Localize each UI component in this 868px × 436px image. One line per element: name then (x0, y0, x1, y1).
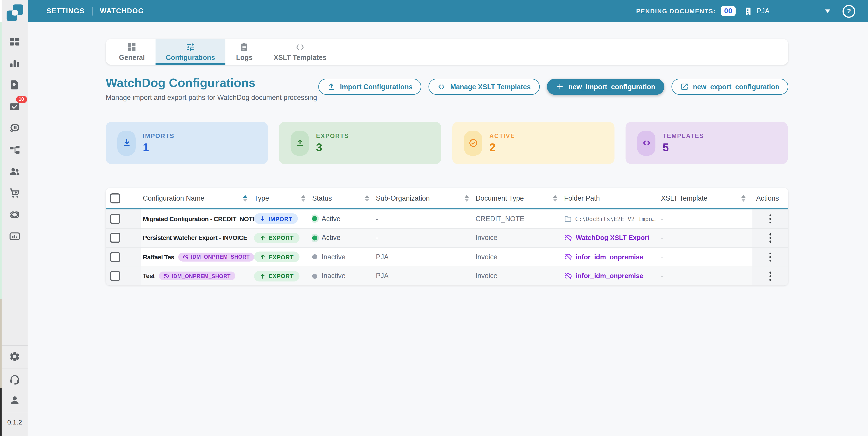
upload-icon (327, 83, 336, 91)
table-header: Configuration Name Type Status Sub-Organ… (105, 188, 788, 210)
row-checkbox[interactable] (110, 271, 120, 281)
clipboard-icon (240, 42, 249, 52)
main-content: General Configurations Logs XSLT Templat… (28, 22, 868, 436)
code-brackets-icon (637, 130, 655, 155)
breadcrumb-separator (92, 7, 93, 16)
building-icon (743, 6, 753, 16)
sidebar-divider (2, 345, 28, 346)
dashboard-icon[interactable] (8, 35, 22, 48)
analytics-icon[interactable] (8, 56, 22, 70)
folder-path-link[interactable]: infor_idm_onpremise (576, 253, 643, 261)
app-logo[interactable] (6, 4, 23, 21)
document-search-icon[interactable] (8, 78, 22, 91)
sort-icon[interactable] (553, 195, 559, 201)
stat-card-imports: IMPORTS 1 (105, 122, 268, 164)
organization-selector[interactable]: PJA (743, 6, 769, 16)
status-text: Inactive (321, 272, 345, 280)
stat-label: TEMPLATES (662, 132, 704, 139)
arrow-down-icon (259, 216, 266, 222)
tasks-icon[interactable]: 10 (8, 100, 22, 113)
sort-icon[interactable] (365, 195, 370, 201)
page-subtitle: Manage import and export paths for Watch… (105, 94, 317, 101)
sort-icon[interactable] (301, 195, 307, 201)
sub-organization: PJA (376, 267, 475, 285)
settings-gear-icon[interactable] (8, 350, 22, 363)
tab-configurations[interactable]: Configurations (155, 39, 225, 65)
column-header-status[interactable]: Status (312, 194, 376, 202)
cart-add-icon[interactable] (8, 186, 22, 200)
row-checkbox[interactable] (110, 214, 120, 224)
tune-sliders-icon (186, 42, 195, 52)
folder-icon (564, 215, 572, 223)
code-brackets-icon (295, 42, 305, 52)
status-dot-active (312, 235, 317, 240)
folder-path-link[interactable]: infor_idm_onpremise (576, 272, 643, 280)
status-text: Active (321, 234, 341, 242)
stat-value: 5 (662, 141, 704, 154)
column-header-folder-path[interactable]: Folder Path (564, 194, 661, 202)
breadcrumb-watchdog[interactable]: WATCHDOG (100, 7, 144, 15)
open-in-new-icon (680, 83, 689, 91)
workflow-icon[interactable] (8, 143, 22, 156)
users-icon[interactable] (8, 165, 22, 178)
sidebar-divider (2, 412, 28, 412)
row-actions-menu[interactable] (767, 231, 773, 245)
column-header-configuration-name[interactable]: Configuration Name (141, 194, 254, 202)
configuration-name: Migrated Configuration - CREDIT_NOTE (143, 215, 254, 222)
row-actions-menu[interactable] (767, 269, 773, 283)
xslt-template-value: - (661, 254, 663, 260)
report-widget-icon[interactable] (8, 229, 22, 243)
code-brackets-icon (438, 83, 446, 91)
integrations-icon[interactable] (8, 208, 22, 221)
chevron-down-icon[interactable] (825, 9, 831, 13)
new-import-configuration-button[interactable]: new_import_configuration (547, 79, 664, 95)
tab-general[interactable]: General (108, 39, 155, 65)
manage-xslt-templates-button[interactable]: Manage XSLT Templates (429, 79, 539, 95)
row-checkbox[interactable] (110, 252, 120, 262)
breadcrumb-settings[interactable]: SETTINGS (46, 7, 85, 15)
help-icon[interactable]: ? (842, 5, 855, 18)
row-actions-menu[interactable] (767, 250, 773, 264)
type-badge-export: EXPORT (254, 233, 299, 243)
tab-xslt-templates[interactable]: XSLT Templates (263, 39, 337, 65)
table-row: Test IDM_ONPREM_SHORT EXPORT Inactive PJ… (105, 267, 788, 285)
comment-search-icon[interactable] (8, 121, 22, 135)
sort-icon[interactable] (243, 195, 249, 201)
column-header-type[interactable]: Type (254, 194, 312, 202)
row-checkbox[interactable] (110, 233, 120, 243)
tab-logs[interactable]: Logs (225, 39, 263, 65)
support-headset-icon[interactable] (8, 372, 22, 386)
table-row: Raffael Test IDM_ONPREM_SHORT EXPORT Ina… (105, 248, 788, 267)
stat-value: 1 (143, 141, 175, 154)
configuration-name: Test (143, 273, 155, 279)
idm-onprem-badge: IDM_ONPREM_SHORT (159, 271, 235, 280)
pending-documents-label: PENDING DOCUMENTS: (636, 8, 716, 14)
xslt-template-value: - (661, 273, 663, 279)
plus-icon (556, 83, 564, 91)
stat-card-active: ACTIVE 2 (452, 122, 615, 164)
check-circle-icon (464, 130, 482, 155)
sort-icon[interactable] (464, 195, 470, 201)
column-header-sub-organization[interactable]: Sub-Organization (376, 194, 475, 202)
xslt-template-value: - (661, 234, 663, 241)
table-row: Persistent Watcher Export - INVOICE EXPO… (105, 229, 788, 248)
import-configurations-button[interactable]: Import Configurations (318, 79, 422, 95)
grid-icon (127, 42, 137, 52)
profile-icon[interactable] (8, 393, 22, 407)
stat-value: 3 (316, 141, 349, 154)
row-actions-menu[interactable] (767, 212, 773, 226)
folder-path-link[interactable]: WatchDog XSLT Export (576, 234, 650, 242)
xslt-template-value: - (661, 215, 663, 222)
sort-icon[interactable] (741, 195, 747, 201)
select-all-checkbox[interactable] (110, 193, 120, 203)
arrow-up-icon (259, 254, 266, 260)
sidebar: 10 (2, 0, 28, 436)
folder-path: C:\DocBits\E2E_V2_Impo… (575, 215, 656, 222)
new-export-configuration-button[interactable]: new_export_configuration (672, 79, 788, 95)
column-header-actions: Actions (752, 194, 788, 202)
column-header-document-type[interactable]: Document Type (475, 194, 564, 202)
column-header-xslt-template[interactable]: XSLT Template (661, 194, 752, 202)
idm-onprem-badge: IDM_ONPREM_SHORT (178, 253, 254, 261)
type-badge-export: EXPORT (254, 271, 299, 282)
document-type: CREDIT_NOTE (475, 209, 564, 228)
